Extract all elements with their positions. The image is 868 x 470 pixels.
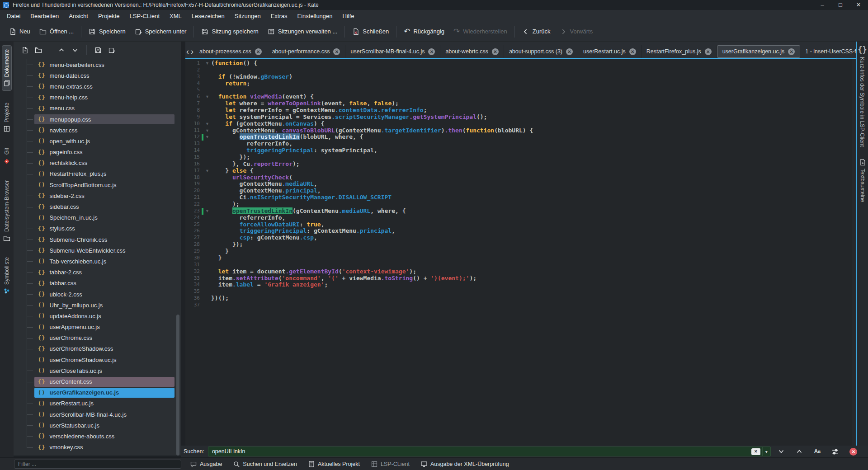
clear-search-icon[interactable]: ✕ [751, 448, 760, 455]
document-new-button[interactable] [19, 44, 31, 56]
tab-scroll-right-button[interactable]: › [190, 46, 194, 58]
search-input[interactable] [208, 448, 751, 455]
tree-item-userstatusbar-uc-js[interactable]: ()userStatusbar.uc.js [14, 420, 181, 431]
fold-marker[interactable]: ▼ [203, 134, 211, 141]
tree-filter-input[interactable] [14, 460, 181, 469]
tree-item-sidebar-css[interactable]: {}sidebar.css [14, 201, 181, 212]
tree-item-speichern-in-uc-js[interactable]: ()Speichern_in.uc.js [14, 212, 181, 223]
toolbar-speichern-unter-button[interactable]: Speichern unter [130, 25, 191, 38]
tree-item-tab-verschieben-uc-js[interactable]: ()Tab-verschieben.uc.js [14, 256, 181, 267]
tab-close-icon[interactable]: ✕ [333, 48, 340, 55]
editor-scrollbar[interactable] [852, 59, 856, 446]
tree-item-menu-css[interactable]: {}menu.css [14, 103, 181, 114]
tree-item-userscrollbar-mb-final-4-uc-js[interactable]: ()userScrollbar-MB-final-4.uc.js [14, 409, 181, 420]
tree-item-tabbar-css[interactable]: {}tabbar.css [14, 278, 181, 289]
toolview-suchen-und-ersetzen-button[interactable]: Suchen und Ersetzen [229, 459, 301, 469]
tree-item-userchrome-css[interactable]: {}userChrome.css [14, 333, 181, 343]
menu-ansicht[interactable]: Ansicht [64, 11, 93, 21]
toolbar-zurück-button[interactable]: Zurück [518, 25, 555, 38]
toolview-aktuelles-projekt-button[interactable]: Aktuelles Projekt [304, 459, 363, 469]
tree-item-scrolltopandbottom-uc-js[interactable]: ()ScrollTopAndBottom.uc.js [14, 179, 181, 190]
sidebar-tab-kurz-infos-der-symbole-in-lsp-client[interactable]: {}Kurz-Infos der Symbole in LSP-Client [858, 46, 867, 147]
tree-item-rechtsklick-css[interactable]: {}rechtsklick.css [14, 158, 181, 169]
toolbar-sitzung-speichern-button[interactable]: Sitzung speichern [197, 25, 263, 38]
tab-close-icon[interactable]: ✕ [705, 48, 712, 55]
toolview-ausgabe-der-xml-überprüfung-button[interactable]: Ausgabe der XML-Überprüfung [417, 459, 513, 469]
sidebar-tab-symbolliste[interactable]: Symbolliste [2, 254, 11, 298]
tree-item-submenu-chronik-css[interactable]: {}Submenu-Chronik.css [14, 234, 181, 245]
sidebar-tab-projekte[interactable]: Projekte [2, 99, 11, 136]
tab-close-icon[interactable]: ✕ [255, 48, 262, 55]
fold-marker[interactable]: ▼ [203, 127, 211, 134]
tree-item-updateaddons-uc-js[interactable]: ()updateAddons.uc.js [14, 310, 181, 321]
find-next-button[interactable] [774, 446, 789, 456]
toolbar-neu-button[interactable]: Neu [5, 25, 35, 38]
sidebar-tab-textbausteine[interactable]: Textbausteine [859, 159, 866, 202]
menu-projekte[interactable]: Projekte [93, 11, 125, 21]
tree-item-menupopup-css[interactable]: {}menupopup.css [14, 114, 181, 125]
menu-xml[interactable]: XML [165, 11, 187, 21]
menu-einstellungen[interactable]: Einstellungen [292, 11, 337, 21]
tree-item-restartfirefox-plus-js[interactable]: ()RestartFirefox_plus.js [14, 169, 181, 179]
tree-item-menu-help-css[interactable]: {}menu-help.css [14, 92, 181, 103]
toolbar-speichern-button[interactable]: Speichern [84, 25, 130, 38]
maximize-button[interactable]: □ [837, 2, 844, 8]
menu-lsp-client[interactable]: LSP-CLient [125, 11, 165, 21]
sidebar-tab-dateisystem-browser[interactable]: Dateisystem-Browser [2, 177, 11, 245]
tree-item-usergrafikanzeigen-uc-js[interactable]: ()userGrafikanzeigen.uc.js [14, 387, 181, 398]
go-up-button[interactable] [56, 44, 67, 56]
menu-sitzungen[interactable]: Sitzungen [230, 11, 266, 21]
tree-item-userclosetabs-uc-js[interactable]: ()userCloseTabs.uc.js [14, 365, 181, 376]
tree-item-ublock-2-css[interactable]: {}ublock-2.css [14, 289, 181, 300]
search-options-button[interactable] [828, 446, 843, 456]
tab-scroll-left-button[interactable]: ‹ [185, 46, 190, 58]
sidebar-tab-dokumente[interactable]: Dokumente [2, 45, 12, 91]
tab-close-icon[interactable]: ✕ [492, 48, 499, 55]
menu-hilfe[interactable]: Hilfe [338, 11, 359, 21]
tab-usergrafikanzeigen-uc-js[interactable]: userGrafikanzeigen.uc.js✕ [717, 45, 801, 58]
search-history-dropdown-icon[interactable]: ▾ [762, 447, 770, 456]
tree-item-uhr-by-milupo-uc-js[interactable]: ()Uhr_by_milupo.uc.js [14, 300, 181, 310]
tree-item-tabbar-2-css[interactable]: {}tabbar-2.css [14, 267, 181, 278]
tree-item-sidebar-2-css[interactable]: {}sidebar-2.css [14, 190, 181, 201]
match-case-button[interactable]: AB [810, 446, 825, 456]
tab-userrestart-uc-js[interactable]: userRestart.uc.js✕ [578, 45, 642, 58]
tree-item-menu-datei-css[interactable]: {}menu-datei.css [14, 70, 181, 81]
tree-item-menu-extras-css[interactable]: {}menu-extras.css [14, 81, 181, 92]
fold-marker[interactable]: ▼ [203, 94, 211, 100]
minimize-button[interactable]: – [819, 2, 826, 8]
tree-item-menu-bearbeiten-css[interactable]: {}menu-bearbeiten.css [14, 59, 181, 70]
close-button[interactable]: ✕ [855, 2, 862, 8]
tree-item-stylus-css[interactable]: {}stylus.css [14, 223, 181, 234]
tab-userscrollbar-mb-final-4-uc-js[interactable]: userScrollbar-MB-final-4.uc.js✕ [345, 45, 440, 58]
tab-about-webrtc-css[interactable]: about-webrtc.css✕ [440, 45, 504, 58]
fold-marker[interactable]: ▼ [203, 60, 211, 67]
tree-item-usercontent-css[interactable]: {}userContent.css [14, 376, 181, 387]
menu-lesezeichen[interactable]: Lesezeichen [187, 11, 230, 21]
fold-marker[interactable]: ▼ [203, 208, 211, 215]
toolbar-öffnen-button[interactable]: Öffnen ... [35, 25, 78, 38]
sidebar-tab-git[interactable]: Git [2, 144, 11, 168]
toolbar-sitzungen-verwalten-button[interactable]: Sitzungen verwalten ... [263, 25, 342, 38]
document-open-button[interactable] [33, 44, 44, 56]
menu-bearbeiten[interactable]: Bearbeiten [25, 11, 64, 21]
tree-item-open-with-uc-js[interactable]: ()open_with.uc.js [14, 136, 181, 146]
fold-marker[interactable]: ▼ [203, 168, 211, 174]
toolbar-rückgängig-button[interactable]: ↶Rückgängig [399, 25, 449, 38]
tree-item-userappmenu-uc-js[interactable]: ()userAppmenu.uc.js [14, 322, 181, 333]
menu-datei[interactable]: Datei [2, 11, 25, 21]
tree-item-userchromeshadow-css[interactable]: {}userChromeShadow.css [14, 343, 181, 354]
tab-restartfirefox-plus-js[interactable]: RestartFirefox_plus.js✕ [642, 45, 717, 58]
tree-item-verschiedene-abouts-css[interactable]: {}verschiedene-abouts.css [14, 431, 181, 442]
tree-scrollbar-thumb[interactable] [176, 315, 179, 456]
tab-about-prozesses-css[interactable]: about-prozesses.css✕ [194, 45, 267, 58]
close-search-button[interactable]: ✕ [846, 446, 861, 456]
menu-extras[interactable]: Extras [266, 11, 292, 21]
tab-about-performance-css[interactable]: about-performance.css✕ [267, 45, 346, 58]
go-down-button[interactable] [69, 44, 81, 56]
save-button[interactable] [92, 44, 104, 56]
tab-about-support-css-3[interactable]: about-support.css (3)✕ [504, 45, 578, 58]
tab-close-icon[interactable]: ✕ [788, 48, 795, 55]
tree-item-pageinfo-css[interactable]: {}pageinfo.css [14, 147, 181, 158]
save-as-button[interactable] [106, 44, 118, 56]
